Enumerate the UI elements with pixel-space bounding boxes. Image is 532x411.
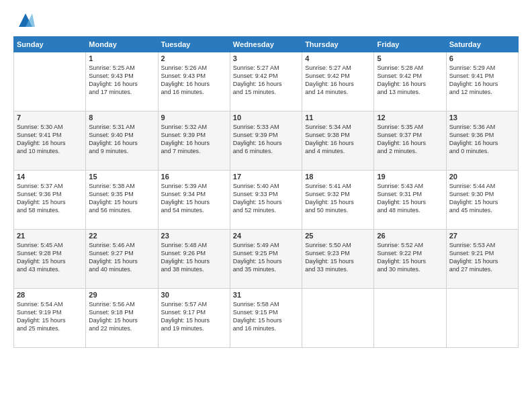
weekday-header-row: SundayMondayTuesdayWednesdayThursdayFrid…: [14, 37, 519, 52]
day-info: Sunrise: 5:33 AM Sunset: 9:39 PM Dayligh…: [233, 123, 299, 156]
weekday-header-wednesday: Wednesday: [230, 37, 302, 52]
day-number: 11: [305, 113, 371, 122]
day-number: 10: [233, 113, 299, 122]
calendar-cell: 1Sunrise: 5:25 AM Sunset: 9:43 PM Daylig…: [86, 52, 158, 111]
week-row-1: 1Sunrise: 5:25 AM Sunset: 9:43 PM Daylig…: [14, 52, 519, 111]
day-number: 15: [89, 173, 154, 181]
calendar-cell: 29Sunrise: 5:56 AM Sunset: 9:18 PM Dayli…: [86, 289, 158, 348]
day-number: 28: [17, 291, 83, 299]
day-info: Sunrise: 5:35 AM Sunset: 9:37 PM Dayligh…: [377, 123, 443, 156]
calendar-cell: 24Sunrise: 5:49 AM Sunset: 9:25 PM Dayli…: [230, 230, 302, 289]
calendar-cell: 8Sunrise: 5:31 AM Sunset: 9:40 PM Daylig…: [86, 111, 158, 171]
weekday-header-thursday: Thursday: [302, 37, 374, 52]
calendar-cell: 10Sunrise: 5:33 AM Sunset: 9:39 PM Dayli…: [230, 111, 302, 171]
logo: [13, 11, 35, 30]
calendar-cell: [14, 52, 86, 111]
calendar-cell: 25Sunrise: 5:50 AM Sunset: 9:23 PM Dayli…: [302, 230, 374, 289]
week-row-3: 14Sunrise: 5:37 AM Sunset: 9:36 PM Dayli…: [14, 171, 519, 230]
calendar-cell: 12Sunrise: 5:35 AM Sunset: 9:37 PM Dayli…: [374, 111, 446, 171]
calendar-cell: 27Sunrise: 5:53 AM Sunset: 9:21 PM Dayli…: [446, 230, 518, 289]
day-number: 8: [89, 113, 154, 122]
week-row-2: 7Sunrise: 5:30 AM Sunset: 9:41 PM Daylig…: [14, 111, 519, 171]
day-info: Sunrise: 5:27 AM Sunset: 9:42 PM Dayligh…: [305, 64, 371, 97]
calendar-cell: 26Sunrise: 5:52 AM Sunset: 9:22 PM Dayli…: [374, 230, 446, 289]
day-number: 16: [161, 173, 227, 181]
calendar-cell: [446, 289, 518, 348]
day-number: 25: [305, 232, 371, 240]
calendar-cell: 22Sunrise: 5:46 AM Sunset: 9:27 PM Dayli…: [86, 230, 158, 289]
calendar-cell: 2Sunrise: 5:26 AM Sunset: 9:43 PM Daylig…: [158, 52, 230, 111]
day-info: Sunrise: 5:25 AM Sunset: 9:43 PM Dayligh…: [89, 64, 154, 97]
calendar-table: SundayMondayTuesdayWednesdayThursdayFrid…: [13, 36, 519, 348]
day-info: Sunrise: 5:40 AM Sunset: 9:33 PM Dayligh…: [233, 182, 299, 215]
day-number: 30: [161, 291, 227, 299]
calendar-cell: 15Sunrise: 5:38 AM Sunset: 9:35 PM Dayli…: [86, 171, 158, 230]
calendar-cell: 19Sunrise: 5:43 AM Sunset: 9:31 PM Dayli…: [374, 171, 446, 230]
page: SundayMondayTuesdayWednesdayThursdayFrid…: [0, 0, 532, 411]
calendar-cell: 30Sunrise: 5:57 AM Sunset: 9:17 PM Dayli…: [158, 289, 230, 348]
day-info: Sunrise: 5:56 AM Sunset: 9:18 PM Dayligh…: [89, 300, 154, 333]
weekday-header-monday: Monday: [86, 37, 158, 52]
day-info: Sunrise: 5:54 AM Sunset: 9:19 PM Dayligh…: [17, 300, 83, 333]
day-info: Sunrise: 5:46 AM Sunset: 9:27 PM Dayligh…: [89, 241, 154, 274]
day-number: 27: [449, 232, 515, 240]
calendar-cell: [302, 289, 374, 348]
calendar-cell: 23Sunrise: 5:48 AM Sunset: 9:26 PM Dayli…: [158, 230, 230, 289]
day-number: 14: [17, 173, 83, 181]
day-number: 3: [233, 54, 299, 62]
day-number: 19: [377, 173, 443, 181]
calendar-cell: 5Sunrise: 5:28 AM Sunset: 9:42 PM Daylig…: [374, 52, 446, 111]
calendar-cell: 3Sunrise: 5:27 AM Sunset: 9:42 PM Daylig…: [230, 52, 302, 111]
calendar-cell: 16Sunrise: 5:39 AM Sunset: 9:34 PM Dayli…: [158, 171, 230, 230]
day-number: 18: [305, 173, 371, 181]
day-info: Sunrise: 5:57 AM Sunset: 9:17 PM Dayligh…: [161, 300, 227, 333]
day-info: Sunrise: 5:37 AM Sunset: 9:36 PM Dayligh…: [17, 182, 83, 215]
calendar-cell: 6Sunrise: 5:29 AM Sunset: 9:41 PM Daylig…: [446, 52, 518, 111]
day-number: 24: [233, 232, 299, 240]
day-info: Sunrise: 5:34 AM Sunset: 9:38 PM Dayligh…: [305, 123, 371, 156]
calendar-cell: [374, 289, 446, 348]
day-info: Sunrise: 5:27 AM Sunset: 9:42 PM Dayligh…: [233, 64, 299, 97]
day-info: Sunrise: 5:30 AM Sunset: 9:41 PM Dayligh…: [17, 123, 83, 156]
day-info: Sunrise: 5:50 AM Sunset: 9:23 PM Dayligh…: [305, 241, 371, 274]
calendar-cell: 28Sunrise: 5:54 AM Sunset: 9:19 PM Dayli…: [14, 289, 86, 348]
day-info: Sunrise: 5:44 AM Sunset: 9:30 PM Dayligh…: [449, 182, 515, 215]
day-info: Sunrise: 5:38 AM Sunset: 9:35 PM Dayligh…: [89, 182, 154, 215]
calendar-cell: 11Sunrise: 5:34 AM Sunset: 9:38 PM Dayli…: [302, 111, 374, 171]
day-number: 21: [17, 232, 83, 240]
calendar-cell: 31Sunrise: 5:58 AM Sunset: 9:15 PM Dayli…: [230, 289, 302, 348]
day-info: Sunrise: 5:36 AM Sunset: 9:36 PM Dayligh…: [449, 123, 515, 156]
day-number: 5: [377, 54, 443, 62]
day-info: Sunrise: 5:39 AM Sunset: 9:34 PM Dayligh…: [161, 182, 227, 215]
day-number: 12: [377, 113, 443, 122]
calendar-cell: 20Sunrise: 5:44 AM Sunset: 9:30 PM Dayli…: [446, 171, 518, 230]
week-row-5: 28Sunrise: 5:54 AM Sunset: 9:19 PM Dayli…: [14, 289, 519, 348]
header: [13, 11, 519, 30]
day-info: Sunrise: 5:26 AM Sunset: 9:43 PM Dayligh…: [161, 64, 227, 97]
weekday-header-saturday: Saturday: [446, 37, 518, 52]
calendar-cell: 7Sunrise: 5:30 AM Sunset: 9:41 PM Daylig…: [14, 111, 86, 171]
day-info: Sunrise: 5:48 AM Sunset: 9:26 PM Dayligh…: [161, 241, 227, 274]
day-info: Sunrise: 5:43 AM Sunset: 9:31 PM Dayligh…: [377, 182, 443, 215]
day-info: Sunrise: 5:49 AM Sunset: 9:25 PM Dayligh…: [233, 241, 299, 274]
calendar-cell: 4Sunrise: 5:27 AM Sunset: 9:42 PM Daylig…: [302, 52, 374, 111]
day-number: 22: [89, 232, 154, 240]
day-number: 26: [377, 232, 443, 240]
day-info: Sunrise: 5:53 AM Sunset: 9:21 PM Dayligh…: [449, 241, 515, 274]
day-number: 7: [17, 113, 83, 122]
day-info: Sunrise: 5:32 AM Sunset: 9:39 PM Dayligh…: [161, 123, 227, 156]
calendar-cell: 13Sunrise: 5:36 AM Sunset: 9:36 PM Dayli…: [446, 111, 518, 171]
day-number: 6: [449, 54, 515, 62]
day-number: 23: [161, 232, 227, 240]
day-number: 13: [449, 113, 515, 122]
day-info: Sunrise: 5:58 AM Sunset: 9:15 PM Dayligh…: [233, 300, 299, 333]
day-info: Sunrise: 5:41 AM Sunset: 9:32 PM Dayligh…: [305, 182, 371, 215]
day-number: 1: [89, 54, 154, 62]
day-info: Sunrise: 5:29 AM Sunset: 9:41 PM Dayligh…: [449, 64, 515, 97]
calendar-cell: 14Sunrise: 5:37 AM Sunset: 9:36 PM Dayli…: [14, 171, 86, 230]
day-number: 4: [305, 54, 371, 62]
day-info: Sunrise: 5:28 AM Sunset: 9:42 PM Dayligh…: [377, 64, 443, 97]
calendar-cell: 18Sunrise: 5:41 AM Sunset: 9:32 PM Dayli…: [302, 171, 374, 230]
weekday-header-sunday: Sunday: [14, 37, 86, 52]
day-number: 17: [233, 173, 299, 181]
